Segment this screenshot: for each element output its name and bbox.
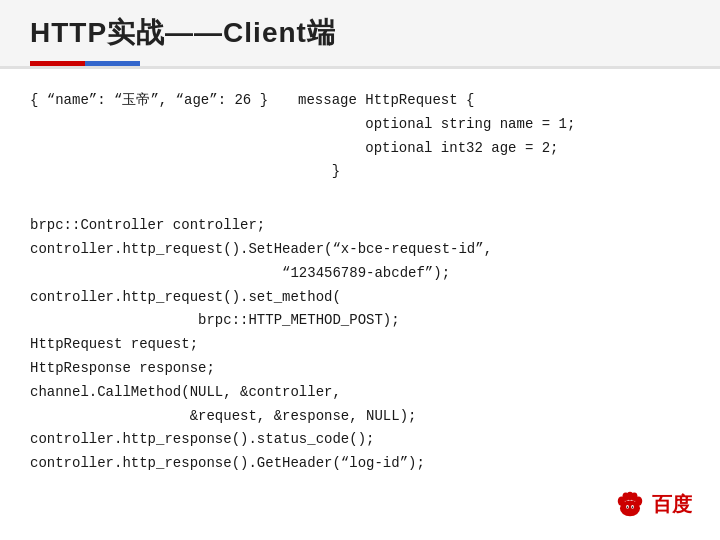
baidu-text: 百度 <box>652 491 692 518</box>
top-content: { “name”: “玉帝”, “age”: 26 } message Http… <box>0 69 720 204</box>
svg-point-6 <box>623 503 637 514</box>
slide-container: HTTP实战——Client端 { “name”: “玉帝”, “age”: 2… <box>0 0 720 540</box>
left-top-code: { “name”: “玉帝”, “age”: 26 } <box>30 89 268 113</box>
svg-point-9 <box>627 506 628 508</box>
baidu-icon <box>612 486 648 522</box>
bottom-code: brpc::Controller controller; controller.… <box>30 214 690 476</box>
svg-point-10 <box>632 506 633 508</box>
slide-title: HTTP实战——Client端 <box>30 14 336 52</box>
baidu-logo: 百度 <box>612 486 692 522</box>
svg-point-5 <box>627 492 633 501</box>
accent-red <box>30 61 85 66</box>
left-panel: { “name”: “玉帝”, “age”: 26 } <box>30 89 268 184</box>
accent-blue <box>85 61 140 66</box>
header: HTTP实战——Client端 <box>0 0 720 69</box>
right-panel: message HttpRequest { optional string na… <box>298 89 575 184</box>
bottom-code-block: brpc::Controller controller; controller.… <box>0 204 720 496</box>
right-top-code: message HttpRequest { optional string na… <box>298 89 575 184</box>
header-accent <box>30 61 140 66</box>
